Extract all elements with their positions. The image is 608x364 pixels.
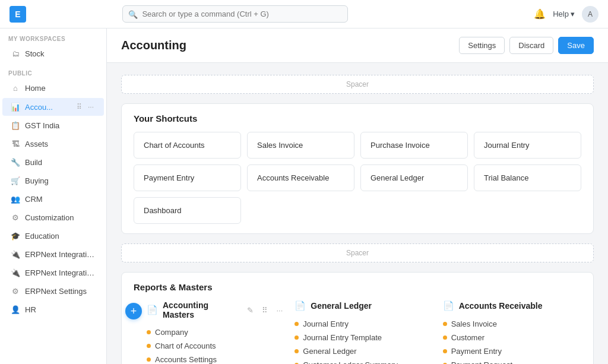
sidebar-item-customization[interactable]: ⚙ Customization bbox=[2, 209, 104, 226]
list-item[interactable]: Customer Ledger Summary bbox=[294, 358, 433, 364]
report-col-general-ledger: 📄 General Ledger Journal Entry Journal E… bbox=[294, 300, 433, 364]
sidebar-item-label: Build bbox=[25, 158, 96, 167]
shortcut-dashboard[interactable]: Dashboard bbox=[134, 197, 241, 224]
assets-icon: 🏗 bbox=[11, 140, 20, 148]
sidebar-item-gst[interactable]: 📋 GST India bbox=[2, 117, 104, 134]
accounts-receivable-icon: 📄 bbox=[443, 300, 454, 311]
gst-icon: 📋 bbox=[11, 121, 20, 130]
sidebar-item-assets[interactable]: 🏗 Assets bbox=[2, 135, 104, 153]
report-col-actions: ✎ ⠿ ··· bbox=[245, 305, 285, 316]
sidebar-item-hr[interactable]: 👤 HR bbox=[2, 301, 104, 318]
education-icon: 🎓 bbox=[11, 232, 20, 240]
general-ledger-list: Journal Entry Journal Entry Template Gen… bbox=[294, 317, 433, 364]
list-item[interactable]: Accounts Settings bbox=[147, 353, 285, 364]
topbar: E 🔍 🔔 Help ▾ A bbox=[0, 0, 608, 29]
shortcut-accounts-receivable[interactable]: Accounts Receivable bbox=[247, 164, 354, 191]
shortcut-general-ledger[interactable]: General Ledger bbox=[360, 164, 468, 191]
general-ledger-icon: 📄 bbox=[294, 300, 306, 311]
accounting-icon: 📊 bbox=[11, 103, 20, 112]
dot-icon bbox=[443, 335, 447, 340]
report-col-accounts-receivable: 📄 Accounts Receivable Sales Invoice Cust… bbox=[443, 300, 581, 364]
drag-icon[interactable]: ⠿ bbox=[75, 102, 84, 112]
discard-button[interactable]: Discard bbox=[509, 37, 553, 54]
sidebar-item-label: Customization bbox=[25, 213, 96, 222]
search-input[interactable] bbox=[122, 5, 348, 23]
dot-icon bbox=[294, 349, 299, 353]
sidebar-item-education[interactable]: 🎓 Education bbox=[2, 227, 104, 245]
edit-icon[interactable]: ✎ bbox=[245, 305, 256, 316]
shortcut-chart-of-accounts[interactable]: Chart of Accounts bbox=[134, 132, 241, 159]
search-icon: 🔍 bbox=[128, 10, 138, 18]
sidebar-item-label: GST India bbox=[25, 121, 96, 130]
shortcut-trial-balance[interactable]: Trial Balance bbox=[474, 164, 581, 191]
crm-icon: 👥 bbox=[11, 195, 20, 204]
shortcut-journal-entry[interactable]: Journal Entry bbox=[474, 132, 581, 159]
workspace-inner: Spacer Your Shortcuts Chart of Accounts … bbox=[107, 63, 608, 364]
app-logo[interactable]: E bbox=[10, 6, 26, 23]
sidebar-item-home[interactable]: ⌂ Home bbox=[2, 80, 104, 97]
spacer-2: Spacer bbox=[121, 243, 594, 262]
notifications-icon[interactable]: 🔔 bbox=[534, 8, 546, 20]
main-layout: MY WORKSPACES 🗂 Stock PUBLIC ⌂ Home 📊 Ac… bbox=[0, 29, 608, 364]
hr-icon: 👤 bbox=[11, 305, 20, 314]
list-item[interactable]: Company bbox=[147, 325, 285, 339]
header-actions: Settings Discard Save bbox=[459, 37, 594, 54]
help-button[interactable]: Help ▾ bbox=[553, 10, 575, 18]
sidebar-item-accounting[interactable]: 📊 Accou... ⠿ ··· bbox=[2, 98, 104, 116]
sidebar-item-buying[interactable]: 🛒 Buying bbox=[2, 172, 104, 189]
shortcut-payment-entry[interactable]: Payment Entry bbox=[134, 164, 241, 191]
integration-icon-2: 🔌 bbox=[11, 268, 20, 277]
settings-button[interactable]: Settings bbox=[459, 37, 505, 54]
accounting-masters-icon: 📄 bbox=[147, 305, 158, 315]
public-label: PUBLIC bbox=[0, 63, 106, 79]
sidebar-item-build[interactable]: 🔧 Build bbox=[2, 154, 104, 171]
shortcut-purchase-invoice[interactable]: Purchase Invoice bbox=[360, 132, 468, 159]
sidebar-item-label: ERPNext Integratio... bbox=[25, 268, 96, 277]
sidebar-item-stock[interactable]: 🗂 Stock bbox=[2, 45, 104, 62]
more-icon[interactable]: ··· bbox=[86, 102, 96, 112]
sidebar-item-crm[interactable]: 👥 CRM bbox=[2, 191, 104, 208]
dot-icon bbox=[147, 357, 151, 362]
page-header: Accounting Settings Discard Save bbox=[107, 29, 608, 63]
add-widget-button[interactable]: + bbox=[125, 303, 142, 319]
sidebar-item-label: CRM bbox=[25, 195, 96, 204]
list-item[interactable]: Journal Entry Template bbox=[294, 331, 433, 344]
list-item[interactable]: Sales Invoice bbox=[443, 317, 581, 331]
topbar-right: 🔔 Help ▾ A bbox=[534, 6, 598, 23]
add-button-wrapper: + bbox=[125, 303, 142, 319]
list-item[interactable]: Journal Entry bbox=[294, 317, 433, 331]
save-button[interactable]: Save bbox=[558, 37, 594, 54]
page-title: Accounting bbox=[121, 39, 459, 52]
sidebar-item-actions: ⠿ ··· bbox=[75, 102, 96, 112]
list-item[interactable]: Customer bbox=[443, 331, 581, 344]
erpnext-settings-icon: ⚙ bbox=[11, 287, 20, 296]
shortcut-sales-invoice[interactable]: Sales Invoice bbox=[247, 132, 354, 159]
reports-masters-section: Reports & Masters + 📄 Accounting Mas bbox=[121, 272, 594, 364]
stock-icon: 🗂 bbox=[11, 49, 20, 58]
avatar[interactable]: A bbox=[582, 6, 598, 23]
list-item[interactable]: Payment Request bbox=[443, 358, 581, 364]
drag-handle-icon[interactable]: ⠿ bbox=[259, 305, 270, 316]
chevron-down-icon: ▾ bbox=[571, 10, 575, 18]
sidebar-item-erpnext-settings[interactable]: ⚙ ERPNext Settings bbox=[2, 283, 104, 300]
list-item[interactable]: Chart of Accounts bbox=[147, 339, 285, 353]
list-item[interactable]: Payment Entry bbox=[443, 344, 581, 358]
accounting-masters-title: Accounting Masters bbox=[163, 300, 240, 319]
sidebar-item-label: Education bbox=[25, 232, 96, 240]
customization-icon: ⚙ bbox=[11, 213, 20, 222]
report-col-accounting-masters: 📄 Accounting Masters ✎ ⠿ ··· Co bbox=[147, 300, 285, 364]
more-options-icon[interactable]: ··· bbox=[274, 305, 285, 316]
spacer-1: Spacer bbox=[121, 75, 594, 94]
shortcuts-title: Your Shortcuts bbox=[134, 113, 581, 124]
list-item[interactable]: General Ledger bbox=[294, 344, 433, 358]
sidebar-item-label: Accou... bbox=[25, 103, 70, 112]
report-col-header-general-ledger: 📄 General Ledger bbox=[294, 300, 433, 311]
sidebar: MY WORKSPACES 🗂 Stock PUBLIC ⌂ Home 📊 Ac… bbox=[0, 29, 107, 364]
sidebar-item-erpnext-integration-2[interactable]: 🔌 ERPNext Integratio... bbox=[2, 264, 104, 281]
shortcuts-grid: Chart of Accounts Sales Invoice Purchase… bbox=[134, 132, 581, 224]
sidebar-item-erpnext-integration-1[interactable]: 🔌 ERPNext Integratio... bbox=[2, 246, 104, 263]
accounts-receivable-list: Sales Invoice Customer Payment Entry Pay… bbox=[443, 317, 581, 364]
workspace-content: Spacer Your Shortcuts Chart of Accounts … bbox=[107, 63, 608, 364]
sidebar-item-label: Buying bbox=[25, 176, 96, 185]
dot-icon bbox=[147, 344, 151, 348]
